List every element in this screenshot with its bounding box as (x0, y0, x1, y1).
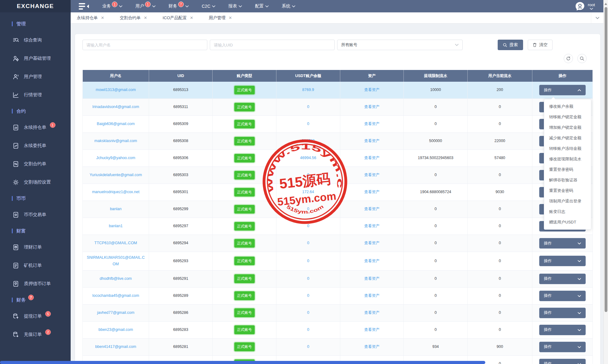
sidebar-item-11[interactable]: 币币交易单 (0, 206, 71, 224)
topnav-item-3[interactable]: C2C (202, 4, 215, 9)
vertical-scrollbar[interactable] (603, 0, 608, 364)
topnav-item-5[interactable]: 配置 (255, 3, 269, 9)
action-button[interactable]: 操作 (539, 85, 586, 95)
username-link[interactable]: bben23@gmail.com (99, 327, 133, 333)
usdt-balance-link[interactable]: 0 (307, 223, 309, 229)
tabbar-collapse-button[interactable] (591, 12, 603, 23)
usdt-balance-link[interactable]: 500789 (302, 138, 315, 144)
usdt-balance-link[interactable]: 8769.9 (302, 87, 314, 93)
refresh-button[interactable] (564, 54, 573, 63)
action-button[interactable]: 操作 (539, 325, 586, 335)
user-menu[interactable]: root (575, 2, 595, 11)
topnav-item-4[interactable]: 报表 (228, 3, 242, 9)
usdt-balance-link[interactable]: 0 (307, 310, 309, 316)
action-menu-item-4[interactable]: 转移账户冻结金额 (544, 143, 591, 154)
zoom-button[interactable] (577, 54, 587, 63)
username-input[interactable] (82, 40, 207, 50)
sidebar-item-6[interactable]: 永续持仓单1 (0, 118, 71, 136)
sidebar-item-8[interactable]: 交割合约单 (0, 155, 71, 173)
usdt-balance-link[interactable]: 0 (307, 258, 309, 264)
action-button[interactable]: 操作 (539, 359, 586, 364)
action-menu-item-6[interactable]: 重置登录密码 (544, 164, 591, 175)
sidebar-item-4[interactable]: 行情管理 (0, 86, 71, 104)
search-button[interactable]: 搜索 (498, 40, 523, 50)
username-link[interactable]: SNIRMALKUMARS01@GMAIL.COM (86, 254, 145, 268)
sidebar-item-15[interactable]: 质押借币订单 (0, 275, 71, 293)
view-assets-link[interactable]: 查看资产 (364, 189, 380, 195)
username-link[interactable]: Irinadavidson4@gmail.com (92, 104, 139, 110)
usdt-balance-link[interactable]: 0 (307, 327, 309, 333)
username-link[interactable]: bben41417@gmail.com (95, 344, 136, 350)
tab-0[interactable]: 永续持仓单✕ (77, 15, 104, 21)
sidebar-item-18[interactable]: 充值订单2 (0, 325, 71, 344)
usdt-balance-link[interactable]: 0 (307, 121, 309, 127)
username-link[interactable]: locochamba45@gmail.com (92, 292, 139, 299)
tab-2[interactable]: ICO产品配置✕ (163, 15, 193, 21)
tab-close-icon[interactable]: ✕ (101, 15, 104, 20)
horizontal-scrollbar-thumb[interactable] (0, 361, 485, 364)
view-assets-link[interactable]: 查看资产 (364, 327, 380, 333)
view-assets-link[interactable]: 查看资产 (364, 87, 380, 93)
tab-1[interactable]: 交割合约单✕ (120, 15, 147, 21)
usdt-balance-link[interactable]: 0 (307, 172, 309, 178)
username-link[interactable]: dhodhfb@live.com (100, 275, 132, 282)
action-menu-item-8[interactable]: 重置资金密码 (544, 185, 591, 196)
topnav-item-2[interactable]: 财务7 (169, 3, 189, 9)
usdt-balance-link[interactable]: 46994.56 (300, 155, 316, 161)
view-assets-link[interactable]: 查看资产 (364, 275, 380, 282)
view-assets-link[interactable]: 查看资产 (364, 172, 380, 178)
action-button[interactable]: 操作 (539, 238, 586, 249)
topnav-item-6[interactable]: 系统 (282, 3, 295, 9)
sidebar-item-14[interactable]: 矿机订单 (0, 256, 71, 275)
sidebar-item-17[interactable]: 提现订单5 (0, 307, 71, 325)
action-menu-item-2[interactable]: 增加账户锁定金额 (544, 122, 591, 133)
vertical-scrollbar-thumb[interactable] (605, 7, 607, 312)
username-link[interactable]: Jchucky9@yahoo.com (96, 155, 135, 161)
sidebar-item-7[interactable]: 永续委托单 (0, 136, 71, 155)
username-link[interactable]: Baigb636@gmail.com (97, 121, 134, 127)
view-assets-link[interactable]: 查看资产 (364, 206, 380, 212)
view-assets-link[interactable]: 查看资产 (364, 104, 380, 110)
usdt-balance-link[interactable]: 0 (307, 206, 309, 212)
username-link[interactable]: banlan (110, 206, 122, 212)
username-link[interactable]: maksklasniv@gmail.com (95, 138, 137, 144)
scroll-up-arrow-icon[interactable] (605, 3, 607, 5)
usdt-balance-link[interactable]: 172.64 (302, 189, 314, 195)
sidebar-item-9[interactable]: 交割场控设置 (0, 173, 71, 191)
usdt-balance-link[interactable]: 0 (307, 104, 309, 110)
view-assets-link[interactable]: 查看资产 (364, 223, 380, 229)
usdt-balance-link[interactable]: 0 (307, 240, 309, 246)
view-assets-link[interactable]: 查看资产 (364, 155, 380, 161)
tab-close-icon[interactable]: ✕ (229, 15, 232, 20)
account-type-select[interactable]: 所有账号 (337, 40, 463, 50)
sidebar-collapse-button[interactable] (79, 3, 90, 10)
view-assets-link[interactable]: 查看资产 (364, 121, 380, 127)
usdt-balance-link[interactable]: 0 (307, 292, 309, 299)
tab-close-icon[interactable]: ✕ (144, 15, 147, 20)
action-menu-item-7[interactable]: 解绑谷歌验证器 (544, 175, 591, 185)
username-link[interactable]: manuelrodriquez1@cox.net (92, 189, 139, 195)
sidebar-item-2[interactable]: 用户基础管理 (0, 49, 71, 67)
action-menu-item-9[interactable]: 强制用户退出登录 (544, 196, 591, 206)
sidebar-item-3[interactable]: 用户管理 (0, 67, 71, 86)
view-assets-link[interactable]: 查看资产 (364, 310, 380, 316)
action-button[interactable]: 操作 (539, 274, 586, 284)
usdt-balance-link[interactable]: 0 (307, 275, 309, 282)
action-menu-item-0[interactable]: 修改账户余额 (544, 101, 591, 112)
sidebar-item-1[interactable]: 综合查询 (0, 31, 71, 49)
view-assets-link[interactable]: 查看资产 (364, 292, 380, 299)
username-link[interactable]: TTCP610@GMAIL.COM (95, 240, 137, 246)
sidebar-item-13[interactable]: 理财订单 (0, 238, 71, 256)
tab-close-icon[interactable]: ✕ (190, 15, 193, 20)
view-assets-link[interactable]: 查看资产 (364, 258, 380, 264)
uid-input[interactable] (210, 40, 335, 50)
username-link[interactable]: javhed77@gmail.com (97, 310, 134, 316)
topnav-item-0[interactable]: 业务1 (102, 3, 122, 9)
username-link[interactable]: Yuriuskdelafuente@gmail.com (90, 172, 142, 178)
username-link[interactable]: banlan1 (109, 223, 123, 229)
action-button[interactable]: 操作 (539, 291, 586, 301)
view-assets-link[interactable]: 查看资产 (364, 240, 380, 246)
action-menu-item-5[interactable]: 修改提现限制流水 (544, 154, 591, 164)
action-button[interactable]: 操作 (539, 342, 586, 352)
action-menu-item-3[interactable]: 减少账户锁定金额 (544, 133, 591, 143)
